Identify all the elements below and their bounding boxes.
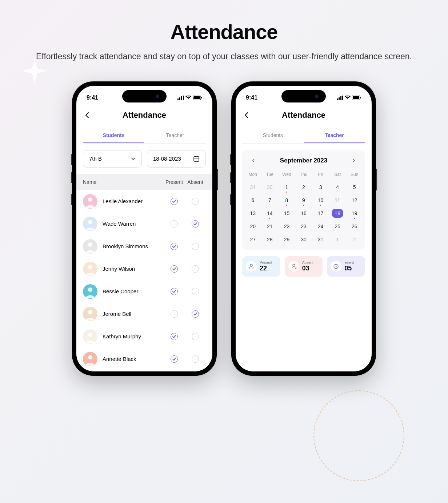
svg-point-34 [250, 264, 252, 266]
absent-radio[interactable] [192, 310, 199, 318]
calendar-day[interactable]: 22 [278, 220, 295, 233]
svg-point-16 [88, 242, 92, 247]
back-button[interactable] [84, 112, 91, 119]
calendar-weekday: Thu [295, 170, 312, 181]
svg-rect-27 [337, 98, 338, 100]
chevron-down-icon [131, 156, 136, 161]
student-row: Kathryn Murphy [76, 325, 212, 348]
calendar-day[interactable]: 28 [261, 233, 279, 246]
svg-rect-2 [181, 96, 182, 100]
back-button[interactable] [243, 112, 250, 119]
calendar-day[interactable]: 4 [329, 181, 346, 194]
student-name: Wade Warren [103, 221, 164, 227]
phone-mockup-students: 9:41 Attendance Students Teacher 7t [72, 81, 217, 376]
calendar-day[interactable]: 13 [244, 207, 261, 220]
svg-rect-33 [360, 97, 361, 98]
svg-rect-29 [340, 96, 341, 100]
absent-radio[interactable] [192, 198, 199, 205]
calendar-day[interactable]: 17 [312, 207, 329, 220]
present-icon [246, 261, 257, 272]
calendar-day[interactable]: 7 [261, 194, 279, 207]
svg-rect-28 [339, 97, 340, 100]
svg-point-35 [293, 264, 295, 266]
present-radio[interactable] [171, 333, 178, 340]
calendar-day[interactable]: 14 [261, 207, 279, 220]
device-notch [281, 90, 326, 102]
student-name: Annette Black [103, 356, 164, 362]
calendar-day[interactable]: 24 [312, 220, 329, 233]
present-radio[interactable] [171, 288, 178, 295]
absent-radio[interactable] [192, 333, 199, 340]
svg-rect-1 [179, 97, 180, 100]
calendar-day[interactable]: 18 [329, 207, 346, 220]
event-icon [331, 261, 341, 272]
calendar-day[interactable]: 1 [329, 233, 346, 246]
absent-radio[interactable] [192, 243, 199, 250]
tab-students[interactable]: Students [242, 128, 304, 143]
calendar-day[interactable]: 1 [278, 181, 295, 194]
present-radio[interactable] [171, 310, 178, 318]
class-select[interactable]: 7th B [83, 150, 142, 168]
absent-radio[interactable] [192, 355, 199, 363]
absent-icon [288, 261, 299, 272]
calendar-day[interactable]: 10 [312, 194, 329, 207]
calendar-day[interactable]: 5 [346, 181, 363, 194]
calendar-day[interactable]: 15 [278, 207, 295, 220]
calendar-icon [193, 156, 200, 162]
calendar-day[interactable]: 29 [278, 233, 295, 246]
student-avatar [83, 329, 97, 344]
svg-point-24 [88, 333, 92, 337]
calendar-day[interactable]: 30 [261, 181, 279, 194]
calendar-day[interactable]: 19 [346, 207, 363, 220]
date-picker[interactable]: 18-08-2023 [147, 150, 206, 168]
calendar-day[interactable]: 21 [261, 220, 279, 233]
tab-teacher[interactable]: Teacher [304, 128, 365, 143]
student-name: Brooklyn Simmons [103, 243, 164, 249]
student-avatar [83, 307, 97, 321]
absent-radio[interactable] [192, 265, 199, 273]
calendar-day[interactable]: 31 [312, 233, 329, 246]
stat-present: Present22 [242, 256, 280, 277]
calendar-day[interactable]: 30 [295, 233, 312, 246]
calendar-day[interactable]: 2 [295, 181, 312, 194]
calendar-day[interactable]: 6 [244, 194, 261, 207]
calendar-day[interactable]: 16 [295, 207, 312, 220]
present-radio[interactable] [171, 265, 178, 273]
calendar-day[interactable]: 27 [244, 233, 261, 246]
calendar-day[interactable]: 11 [329, 194, 346, 207]
calendar-day[interactable]: 20 [244, 220, 261, 233]
absent-radio[interactable] [192, 220, 199, 228]
calendar-day[interactable]: 25 [329, 220, 346, 233]
present-radio[interactable] [171, 355, 178, 363]
student-avatar [83, 217, 97, 231]
table-header: Name Present Absent [76, 174, 212, 190]
calendar-day[interactable]: 23 [295, 220, 312, 233]
calendar-prev-button[interactable] [249, 157, 257, 165]
calendar-day[interactable]: 3 [312, 181, 329, 194]
present-radio[interactable] [171, 220, 178, 228]
calendar-month-label: September 2023 [280, 157, 327, 164]
calendar-day[interactable]: 26 [346, 220, 363, 233]
student-avatar [83, 352, 97, 366]
calendar-next-button[interactable] [350, 157, 358, 165]
screen-title: Attendance [282, 110, 325, 120]
absent-radio[interactable] [192, 288, 199, 295]
svg-point-26 [88, 355, 92, 359]
calendar-day[interactable]: 31 [244, 181, 261, 194]
calendar-day[interactable]: 9 [295, 194, 312, 207]
calendar-weekday: Sun [346, 170, 363, 181]
svg-rect-5 [193, 96, 200, 99]
student-avatar [83, 284, 97, 299]
present-radio[interactable] [171, 198, 178, 205]
tab-students[interactable]: Students [83, 128, 144, 143]
calendar-day[interactable]: 12 [346, 194, 363, 207]
calendar-day[interactable]: 2 [346, 233, 363, 246]
svg-rect-6 [201, 97, 202, 98]
status-icons [177, 96, 202, 100]
sparkle-decoration [22, 58, 47, 84]
status-time: 9:41 [246, 94, 257, 101]
svg-point-12 [88, 197, 92, 202]
present-radio[interactable] [171, 243, 178, 250]
calendar-day[interactable]: 8 [278, 194, 295, 207]
tab-teacher[interactable]: Teacher [144, 128, 206, 143]
